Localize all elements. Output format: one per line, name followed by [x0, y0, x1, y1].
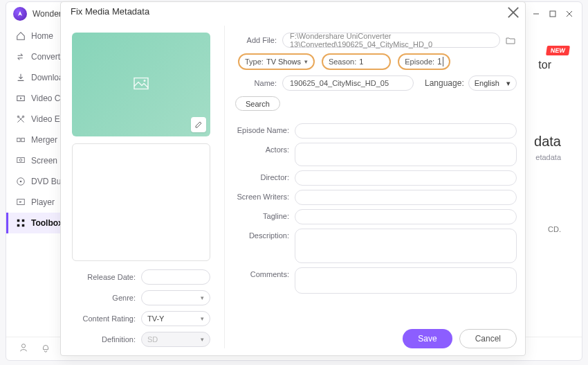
- browse-folder-button[interactable]: [504, 34, 517, 46]
- comments-input[interactable]: [295, 267, 517, 294]
- season-input[interactable]: [359, 57, 384, 66]
- svg-point-12: [20, 181, 22, 183]
- sidebar-item-label: Home: [31, 31, 53, 41]
- director-label: Director:: [231, 170, 295, 186]
- sidebar-item-label: Convert: [31, 52, 60, 62]
- sidebar-item-downloader[interactable]: Downloa: [6, 67, 67, 88]
- sidebar-item-label: Toolbox: [31, 218, 63, 228]
- peek-subheading: etadata: [535, 153, 561, 161]
- description-preview-box: [72, 143, 210, 261]
- genre-select[interactable]: ▾: [141, 290, 210, 305]
- left-meta-fields: Release Date: Genre:▾ Content Rating:TV-…: [72, 269, 210, 353]
- modal-actions: Save Cancel: [403, 329, 517, 348]
- comments-label: Comments:: [231, 267, 295, 294]
- definition-value: SD: [147, 335, 158, 344]
- tagline-input[interactable]: [295, 209, 517, 224]
- content-rating-label: Content Rating:: [72, 314, 141, 323]
- definition-label: Definition:: [72, 335, 141, 344]
- sidebar-item-home[interactable]: Home: [6, 26, 67, 46]
- sidebar-item-player[interactable]: Player: [6, 192, 67, 213]
- svg-rect-9: [17, 158, 25, 163]
- svg-rect-7: [17, 138, 20, 141]
- sidebar-item-label: DVD Bu: [31, 177, 61, 186]
- episode-name-input[interactable]: [295, 123, 517, 139]
- genre-label: Genre:: [72, 294, 141, 302]
- type-chip: Type: TV Shows▾: [238, 53, 315, 70]
- image-placeholder-icon: [134, 78, 149, 92]
- type-label-inner: Type:: [245, 57, 264, 66]
- screen-writers-label: Screen Writers:: [231, 190, 295, 205]
- peek-text-tor: tor: [538, 59, 551, 71]
- director-input[interactable]: [295, 170, 517, 186]
- fix-metadata-modal: Fix Media Metadata Release Date: Genre:▾…: [60, 1, 526, 356]
- screen-writers-input[interactable]: [295, 190, 517, 205]
- name-input[interactable]: 190625_04_CityMisc_HD_05: [282, 75, 414, 91]
- description-label: Description:: [231, 229, 295, 263]
- episode-input[interactable]: 1: [437, 57, 443, 66]
- sidebar: Home Convert Downloa Video Co Video Ec M…: [6, 26, 67, 337]
- language-label: Language:: [425, 78, 464, 88]
- episode-label: Episode:: [405, 57, 434, 66]
- sidebar-item-toolbox[interactable]: Toolbox: [6, 213, 67, 233]
- sidebar-item-label: Video Ec: [31, 114, 64, 124]
- svg-rect-17: [22, 224, 25, 227]
- type-select[interactable]: TV Shows▾: [266, 57, 308, 66]
- release-date-input[interactable]: [141, 269, 210, 285]
- actors-input[interactable]: [295, 143, 517, 166]
- sidebar-item-label: Downloa: [31, 73, 64, 82]
- description-input[interactable]: [295, 229, 517, 263]
- episode-name-label: Episode Name:: [231, 123, 295, 139]
- sidebar-item-converter[interactable]: Convert: [6, 46, 67, 67]
- edit-thumbnail-button[interactable]: [191, 117, 206, 132]
- chevron-down-icon: ▾: [201, 315, 204, 322]
- chevron-down-icon: ▾: [506, 79, 511, 88]
- content-rating-select[interactable]: TV-Y▾: [141, 311, 210, 326]
- season-chip: Season:: [322, 53, 391, 70]
- sidebar-item-merger[interactable]: Merger: [6, 130, 67, 150]
- svg-rect-15: [22, 220, 25, 222]
- save-button[interactable]: Save: [403, 329, 452, 348]
- content-rating-value: TV-Y: [147, 314, 164, 323]
- sidebar-item-label: Merger: [31, 135, 57, 145]
- svg-rect-16: [17, 224, 20, 227]
- modal-divider: [224, 26, 225, 348]
- modal-title: Fix Media Metadata: [71, 6, 149, 17]
- new-badge: NEW: [546, 46, 570, 55]
- sidebar-item-video-editor[interactable]: Video Ec: [6, 109, 67, 130]
- modal-close-button[interactable]: [507, 6, 520, 19]
- add-file-path: F:\Wondershare UniConverter 13\Converted…: [282, 33, 500, 48]
- bell-icon[interactable]: [41, 343, 50, 355]
- tagline-label: Tagline:: [231, 209, 295, 224]
- media-thumbnail: [72, 33, 210, 136]
- peek-heading: data: [534, 134, 561, 150]
- cancel-button[interactable]: Cancel: [459, 329, 517, 348]
- window-maximize-button[interactable]: [544, 6, 561, 22]
- peek-body-text: CD.: [548, 225, 561, 233]
- chevron-down-icon: ▾: [201, 336, 204, 343]
- sidebar-item-screen-recorder[interactable]: Screen R: [6, 150, 67, 171]
- svg-point-18: [21, 344, 25, 348]
- metadata-form: Add File: F:\Wondershare UniConverter 13…: [231, 33, 517, 348]
- season-label: Season:: [329, 57, 356, 66]
- language-select[interactable]: English▾: [468, 75, 517, 91]
- svg-point-25: [144, 80, 146, 82]
- svg-point-10: [19, 159, 22, 161]
- search-button[interactable]: Search: [235, 96, 280, 111]
- svg-rect-1: [550, 11, 555, 17]
- episode-chip: Episode: 1: [398, 53, 450, 70]
- window-close-button[interactable]: [561, 6, 578, 22]
- actors-label: Actors:: [231, 143, 295, 166]
- release-date-label: Release Date:: [72, 273, 141, 281]
- definition-select[interactable]: SD▾: [141, 332, 210, 347]
- svg-rect-14: [17, 220, 20, 222]
- sidebar-item-video-compressor[interactable]: Video Co: [6, 88, 67, 109]
- user-icon[interactable]: [19, 343, 28, 355]
- add-file-label: Add File:: [231, 36, 282, 44]
- app-title: Wonder: [33, 9, 62, 19]
- chevron-down-icon: ▾: [201, 294, 204, 301]
- sidebar-item-dvd-burner[interactable]: DVD Bu: [6, 171, 67, 192]
- chevron-down-icon: ▾: [304, 58, 308, 65]
- svg-rect-8: [21, 138, 24, 141]
- app-logo: [13, 7, 27, 21]
- window-minimize-button[interactable]: [528, 6, 544, 22]
